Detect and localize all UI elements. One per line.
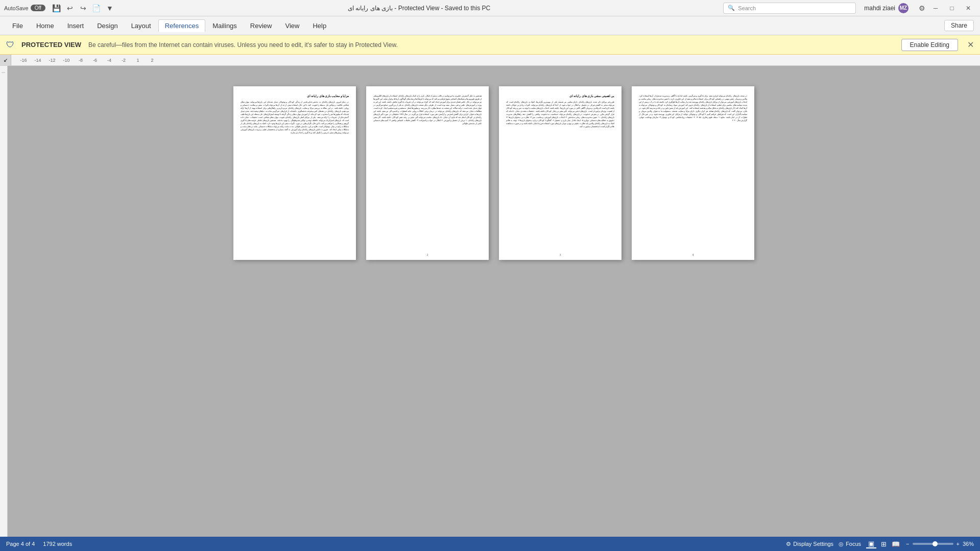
redo-icon[interactable]: ↪ <box>78 3 88 13</box>
autosave-toggle[interactable]: Off <box>31 5 45 11</box>
page-4-body: در نتیجه، بازی‌های رایانه‌ای می‌توانند ا… <box>639 94 747 122</box>
customize-icon[interactable]: ▼ <box>105 3 115 13</box>
display-settings[interactable]: ⚙ Display Settings <box>786 541 833 547</box>
main-content: | مزایا و معایب بازی های رایانه ای در دن… <box>0 66 980 537</box>
word-count: 1792 words <box>43 541 72 547</box>
ruler-mark: -16 <box>16 58 31 63</box>
autosave-label: AutoSave <box>4 5 29 11</box>
close-protected-bar-icon[interactable]: ✕ <box>967 40 974 50</box>
ruler-mark: -4 <box>102 58 116 63</box>
page-2-num: 2 <box>427 253 428 257</box>
horizontal-ruler: -16 -14 -12 -10 -8 -6 -4 -2 1 2 <box>11 55 980 66</box>
ruler-mark: -8 <box>74 58 88 63</box>
enable-editing-button[interactable]: Enable Editing <box>901 39 958 51</box>
ruler-marks: -16 -14 -12 -10 -8 -6 -4 -2 1 2 <box>11 58 159 63</box>
page-3-num: 3 <box>560 253 561 257</box>
protected-label: PROTECTED VIEW <box>21 41 81 49</box>
page-3-title: بی اهمیتی منفی بازی های رایانه ای <box>506 94 614 99</box>
page-1-title: مزایا و معایب بازی های رایانه ای <box>241 94 349 99</box>
user-area: mahdi ziaei MZ <box>864 3 909 13</box>
tab-file[interactable]: File <box>6 20 29 32</box>
doc-title: بازی های رایانه ای - Protected View - Sa… <box>119 5 719 12</box>
ruler-mark: -14 <box>31 58 45 63</box>
page-1: مزایا و معایب بازی های رایانه ای در دنیا… <box>233 86 356 260</box>
minimize-button[interactable]: ─ <box>928 3 943 13</box>
page-3-body: علی‌رغم مزایای ذکر شده، بازی‌های رایانه‌… <box>506 101 614 128</box>
zoom-area: − + 36% <box>906 541 974 547</box>
status-right: ⚙ Display Settings ◎ Focus ▣ ⊞ 📖 − + 36% <box>786 539 974 548</box>
maximize-button[interactable]: □ <box>944 3 960 13</box>
page-1-body: در دنیای امروز، بازی‌های رایانه‌ای به بخ… <box>241 101 349 134</box>
zoom-out-icon[interactable]: − <box>906 541 909 547</box>
shield-icon: 🛡 <box>6 40 14 50</box>
autosave-area: AutoSave Off <box>4 5 45 11</box>
view-buttons: ▣ ⊞ 📖 <box>866 539 901 548</box>
page-2: همچنین به دلیل گسترش فناوری، ما می‌توانی… <box>366 86 489 260</box>
ruler-mark: 2 <box>145 58 159 63</box>
tab-help[interactable]: Help <box>306 20 332 32</box>
close-button[interactable]: ✕ <box>961 3 976 13</box>
undo-icon[interactable]: ↩ <box>65 3 75 13</box>
page-4-num: 4 <box>692 253 694 257</box>
share-button[interactable]: Share <box>944 20 974 31</box>
search-box[interactable]: 🔍 Search <box>723 3 856 14</box>
tab-mailings[interactable]: Mailings <box>206 20 243 32</box>
page-3: بی اهمیتی منفی بازی های رایانه ای علی‌رغ… <box>499 86 622 260</box>
zoom-percent: 36% <box>963 541 974 547</box>
tab-references[interactable]: References <box>158 19 205 32</box>
status-bar: Page 4 of 4 1792 words ⚙ Display Setting… <box>0 537 980 551</box>
save-icon[interactable]: 💾 <box>52 3 62 13</box>
protected-view-bar: 🛡 PROTECTED VIEW Be careful—files from t… <box>0 35 980 55</box>
ruler-mark: 1 <box>131 58 145 63</box>
ruler-mark: -12 <box>45 58 59 63</box>
document-area[interactable]: مزایا و معایب بازی های رایانه ای در دنیا… <box>8 66 980 537</box>
print-layout-view-button[interactable]: ▣ <box>866 539 876 548</box>
tab-view[interactable]: View <box>279 20 305 32</box>
title-bar: AutoSave Off 💾 ↩ ↪ 📄 ▼ بازی های رایانه ا… <box>0 0 980 16</box>
search-icon: 🔍 <box>728 5 735 11</box>
settings-icon[interactable]: ⚙ <box>917 3 927 13</box>
zoom-in-icon[interactable]: + <box>957 541 960 547</box>
read-mode-view-button[interactable]: 📖 <box>891 539 901 548</box>
ruler-mark: -10 <box>59 58 74 63</box>
user-name: mahdi ziaei <box>864 5 895 12</box>
new-doc-icon[interactable]: 📄 <box>91 3 102 13</box>
vertical-ruler-label: | <box>2 72 6 73</box>
protected-message: Be careful—files from the Internet can c… <box>88 41 896 49</box>
ribbon-tabs: File Home Insert Design Layout Reference… <box>0 16 980 35</box>
window-controls: ⚙ ─ □ ✕ <box>917 3 976 13</box>
display-settings-icon: ⚙ <box>786 541 791 547</box>
web-layout-view-button[interactable]: ⊞ <box>878 539 889 548</box>
ruler-area: ↙ -16 -14 -12 -10 -8 -6 -4 -2 1 2 <box>0 55 980 66</box>
tab-design[interactable]: Design <box>91 20 124 32</box>
title-bar-icons: 💾 ↩ ↪ 📄 ▼ <box>52 3 115 13</box>
tab-insert[interactable]: Insert <box>61 20 90 32</box>
tab-review[interactable]: Review <box>244 20 278 32</box>
focus-button[interactable]: ◎ Focus <box>839 541 861 547</box>
tab-home[interactable]: Home <box>30 20 60 32</box>
ruler-mark: -2 <box>116 58 131 63</box>
ruler-mark: -6 <box>88 58 102 63</box>
page-2-body: همچنین به دلیل گسترش فناوری، ما می‌توانی… <box>373 94 482 125</box>
ruler-corner[interactable]: ↙ <box>0 55 11 66</box>
page-count: Page 4 of 4 <box>6 541 35 547</box>
vertical-ruler: | <box>0 66 8 537</box>
user-avatar[interactable]: MZ <box>898 3 909 13</box>
page-4: در نتیجه، بازی‌های رایانه‌ای می‌توانند ا… <box>632 86 754 260</box>
zoom-thumb <box>933 541 938 546</box>
search-placeholder: Search <box>738 5 756 11</box>
ribbon: File Home Insert Design Layout Reference… <box>0 16 980 35</box>
zoom-slider[interactable] <box>913 543 953 545</box>
focus-icon: ◎ <box>839 541 844 547</box>
tab-layout[interactable]: Layout <box>125 20 157 32</box>
